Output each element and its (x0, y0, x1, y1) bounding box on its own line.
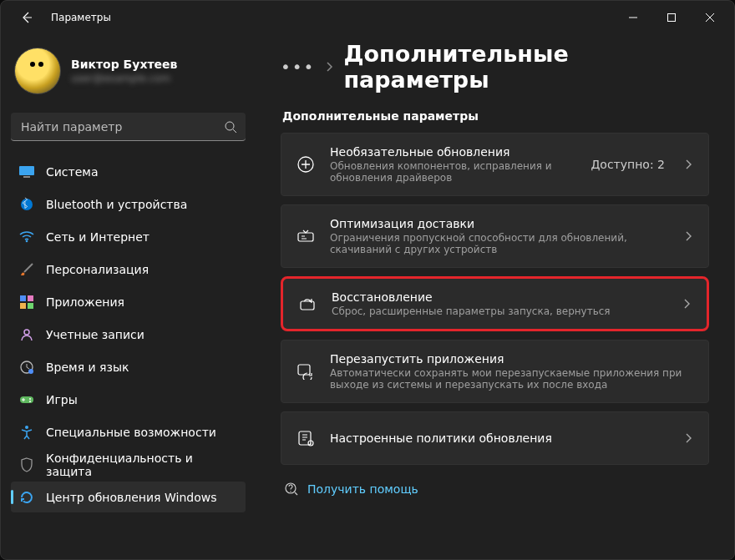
card-restart-apps[interactable]: Перезапустить приложения Автоматически с… (281, 340, 709, 403)
sidebar-item-accounts[interactable]: Учетные записи (11, 319, 246, 350)
gamepad-icon (19, 392, 34, 407)
svg-point-14 (29, 398, 31, 400)
card-subtitle: Сброс, расширенные параметры запуска, ве… (332, 305, 667, 317)
wifi-icon (19, 230, 34, 245)
chevron-right-icon (683, 433, 693, 443)
accessibility-icon (19, 425, 34, 440)
svg-point-1 (226, 122, 234, 130)
card-title: Настроенные политики обновления (330, 431, 668, 445)
settings-window: Параметры Виктор Бухтеев user@example.co… (0, 0, 735, 560)
svg-rect-0 (668, 14, 676, 22)
svg-rect-9 (28, 303, 33, 309)
sidebar-item-privacy[interactable]: Конфиденциальность и защита (11, 449, 246, 480)
restart-apps-icon (297, 362, 315, 381)
sidebar-item-time[interactable]: Время и язык (11, 351, 246, 382)
sidebar: Виктор Бухтеев user@example.com Система … (1, 34, 256, 559)
card-text: Перезапустить приложения Автоматически с… (330, 352, 693, 391)
card-text: Восстановление Сброс, расширенные параме… (332, 290, 667, 317)
policy-icon: i (297, 429, 315, 447)
svg-point-16 (25, 426, 28, 429)
brush-icon (19, 262, 34, 277)
breadcrumb: ••• Дополнительные параметры (281, 41, 709, 93)
nav: Система Bluetooth и устройства Сеть и Ин… (11, 156, 246, 512)
svg-text:i: i (310, 441, 311, 446)
sidebar-item-label: Специальные возможности (46, 426, 216, 439)
card-text: Необязательные обновления Обновления ком… (330, 145, 575, 184)
sidebar-item-label: Центр обновления Windows (46, 491, 216, 504)
sidebar-item-label: Учетные записи (46, 328, 144, 341)
chevron-right-icon (325, 61, 333, 73)
sidebar-item-label: Персонализация (46, 263, 149, 276)
sidebar-item-apps[interactable]: Приложения (11, 286, 246, 317)
sidebar-item-label: Игры (46, 393, 78, 406)
main-content: ••• Дополнительные параметры Дополнитель… (256, 34, 734, 559)
avatar (14, 48, 61, 94)
sidebar-item-system[interactable]: Система (11, 156, 246, 187)
sidebar-item-label: Время и язык (46, 361, 129, 374)
svg-point-12 (28, 369, 33, 374)
svg-rect-7 (28, 295, 33, 301)
plus-circle-icon (297, 155, 315, 174)
breadcrumb-overflow[interactable]: ••• (281, 57, 315, 77)
minimize-button[interactable] (614, 4, 652, 31)
svg-rect-18 (298, 233, 313, 241)
close-icon (706, 13, 714, 22)
chevron-right-icon (683, 159, 693, 169)
card-delivery-optimization[interactable]: Оптимизация доставки Ограничения пропуск… (281, 204, 709, 268)
card-title: Перезапустить приложения (330, 352, 693, 366)
minimize-icon (629, 13, 637, 22)
system-icon (19, 164, 34, 179)
svg-rect-19 (301, 301, 314, 310)
help-icon (284, 482, 299, 497)
chevron-right-icon (682, 299, 692, 309)
window-title: Параметры (51, 12, 111, 23)
clock-icon (19, 360, 34, 375)
back-button[interactable] (13, 3, 41, 32)
back-arrow-icon (20, 11, 33, 24)
card-title: Оптимизация доставки (330, 217, 668, 230)
card-update-policies[interactable]: i Настроенные политики обновления (281, 411, 709, 465)
card-text: Оптимизация доставки Ограничения пропуск… (330, 217, 668, 255)
update-icon (19, 490, 34, 505)
section-heading: Дополнительные параметры (282, 109, 709, 123)
search-icon (224, 120, 237, 134)
sidebar-item-label: Конфиденциальность и защита (46, 452, 237, 478)
svg-rect-20 (298, 365, 310, 375)
card-recovery[interactable]: Восстановление Сброс, расширенные параме… (281, 276, 709, 331)
sidebar-item-network[interactable]: Сеть и Интернет (11, 221, 246, 252)
apps-icon (19, 295, 34, 310)
titlebar: Параметры (1, 1, 734, 34)
sidebar-item-accessibility[interactable]: Специальные возможности (11, 416, 246, 447)
sidebar-item-personalization[interactable]: Персонализация (11, 254, 246, 285)
sidebar-item-windows-update[interactable]: Центр обновления Windows (11, 482, 246, 512)
maximize-icon (667, 13, 676, 22)
page-title: Дополнительные параметры (343, 41, 709, 93)
profile[interactable]: Виктор Бухтеев user@example.com (11, 41, 246, 109)
search-input[interactable] (11, 113, 246, 141)
svg-point-10 (24, 330, 29, 335)
card-subtitle: Обновления компонентов, исправления и об… (330, 160, 575, 184)
maximize-button[interactable] (652, 4, 691, 31)
window-controls (614, 4, 729, 31)
svg-point-25 (290, 491, 291, 492)
card-trailing-text: Доступно: 2 (591, 158, 665, 171)
close-button[interactable] (691, 4, 729, 31)
svg-rect-8 (20, 303, 26, 309)
card-optional-updates[interactable]: Необязательные обновления Обновления ком… (281, 133, 709, 196)
svg-rect-21 (299, 431, 311, 445)
svg-rect-2 (19, 166, 34, 175)
recovery-icon (298, 295, 317, 313)
svg-rect-3 (23, 176, 30, 178)
sidebar-item-bluetooth[interactable]: Bluetooth и устройства (11, 189, 246, 219)
chevron-right-icon (683, 231, 693, 241)
card-subtitle: Автоматически сохранять мои перезапускае… (330, 367, 693, 391)
sidebar-item-label: Bluetooth и устройства (46, 198, 187, 211)
body: Виктор Бухтеев user@example.com Система … (1, 34, 734, 559)
get-help-link[interactable]: Получить помощь (281, 482, 709, 497)
svg-point-15 (29, 401, 31, 402)
card-title: Восстановление (332, 290, 667, 304)
accounts-icon (19, 327, 34, 342)
sidebar-item-label: Система (46, 165, 98, 179)
sidebar-item-gaming[interactable]: Игры (11, 384, 246, 415)
delivery-icon (297, 227, 315, 245)
